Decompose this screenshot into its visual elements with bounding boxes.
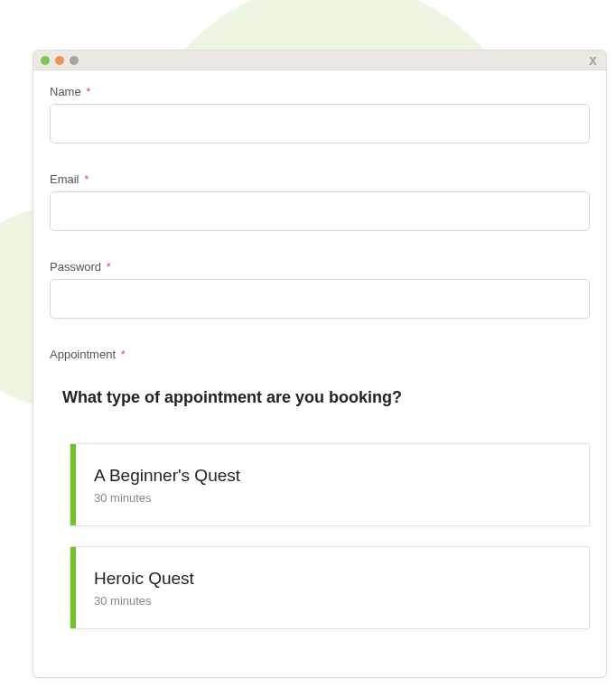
appointment-option[interactable]: A Beginner's Quest 30 minutes — [70, 443, 590, 526]
required-marker: * — [86, 85, 90, 98]
name-label: Name * — [50, 85, 590, 98]
password-input[interactable] — [50, 279, 590, 319]
password-label: Password * — [50, 260, 590, 274]
traffic-light-minimize-icon[interactable] — [55, 56, 64, 65]
titlebar: x — [33, 51, 606, 70]
required-marker: * — [107, 260, 111, 274]
appointment-heading: What type of appointment are you booking… — [62, 388, 590, 407]
option-body: A Beginner's Quest 30 minutes — [76, 444, 258, 525]
password-field-group: Password * — [50, 260, 590, 319]
form-content: Name * Email * Password * Appointment * — [33, 70, 606, 664]
option-title: Heroic Quest — [94, 569, 194, 589]
option-duration: 30 minutes — [94, 491, 240, 505]
email-input[interactable] — [50, 191, 590, 231]
name-label-text: Name — [50, 85, 81, 98]
option-title: A Beginner's Quest — [94, 466, 240, 486]
traffic-lights — [41, 56, 79, 65]
traffic-light-zoom-icon[interactable] — [70, 56, 79, 65]
appointment-label: Appointment * — [50, 348, 590, 361]
required-marker: * — [121, 348, 126, 361]
traffic-light-close-icon[interactable] — [41, 56, 50, 65]
option-duration: 30 minutes — [94, 594, 194, 608]
app-window: x Name * Email * Password * — [33, 50, 607, 678]
email-label-text: Email — [50, 172, 79, 186]
appointment-section: Appointment * What type of appointment a… — [50, 348, 590, 629]
email-label: Email * — [50, 172, 590, 186]
option-body: Heroic Quest 30 minutes — [76, 547, 212, 628]
email-field-group: Email * — [50, 172, 590, 231]
name-input[interactable] — [50, 104, 590, 144]
appointment-label-text: Appointment — [50, 348, 116, 361]
close-button[interactable]: x — [589, 52, 597, 69]
appointment-option[interactable]: Heroic Quest 30 minutes — [70, 546, 590, 629]
name-field-group: Name * — [50, 85, 590, 144]
required-marker: * — [84, 172, 89, 186]
password-label-text: Password — [50, 260, 101, 274]
